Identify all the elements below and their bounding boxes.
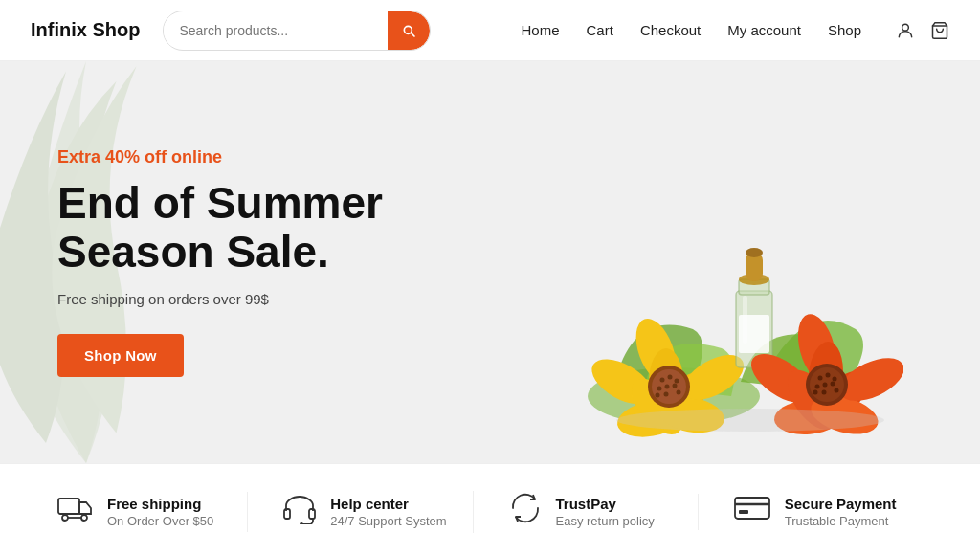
svg-rect-49 xyxy=(58,499,79,514)
nav-icons xyxy=(896,21,949,40)
user-icon[interactable] xyxy=(896,21,915,40)
svg-point-47 xyxy=(813,390,818,395)
svg-point-21 xyxy=(656,393,660,398)
svg-point-46 xyxy=(822,390,827,395)
svg-point-18 xyxy=(673,384,678,388)
svg-rect-53 xyxy=(284,509,290,519)
svg-point-39 xyxy=(818,376,823,381)
hero-title-line1: End of Summer xyxy=(57,178,383,228)
nav-home[interactable]: Home xyxy=(522,22,560,38)
nav-checkout[interactable]: Checkout xyxy=(640,22,701,38)
feature-help-sub: 24/7 Support System xyxy=(330,514,446,528)
feature-shipping: Free shipping On Order Over $50 xyxy=(57,493,247,531)
feature-shipping-text: Free shipping On Order Over $50 xyxy=(107,496,213,528)
feature-trustpay-title: TrustPay xyxy=(556,496,655,512)
hero-illustration xyxy=(501,138,903,463)
headphones-icon xyxy=(282,492,317,532)
hero-tag: Extra 40% off online xyxy=(57,147,383,167)
feature-trustpay: TrustPay Easy return policy xyxy=(473,491,698,533)
hero-title: End of Summer Season Sale. xyxy=(57,179,383,276)
feature-help: Help center 24/7 Support System xyxy=(247,492,472,532)
nav-shop[interactable]: Shop xyxy=(828,22,861,38)
svg-point-20 xyxy=(664,392,669,397)
svg-point-44 xyxy=(831,382,835,387)
feature-shipping-title: Free shipping xyxy=(107,496,213,512)
features-bar: Free shipping On Order Over $50 Help cen… xyxy=(0,463,980,555)
svg-point-55 xyxy=(300,522,303,524)
hero-image xyxy=(501,119,903,463)
hero-section: Extra 40% off online End of Summer Seaso… xyxy=(0,61,980,463)
svg-point-50 xyxy=(62,515,68,521)
svg-point-40 xyxy=(826,373,831,378)
feature-payment: Secure Payment Trustable Payment xyxy=(698,494,923,530)
svg-point-41 xyxy=(833,377,837,382)
svg-point-14 xyxy=(668,375,673,380)
feature-trustpay-text: TrustPay Easy return policy xyxy=(556,496,655,528)
svg-point-27 xyxy=(746,248,763,257)
feature-payment-sub: Trustable Payment xyxy=(785,514,897,528)
svg-rect-54 xyxy=(309,509,315,519)
hero-title-line2: Season Sale. xyxy=(57,227,329,277)
truck-icon xyxy=(57,493,94,531)
hero-discount: 40% xyxy=(105,147,140,166)
hero-content: Extra 40% off online End of Summer Seaso… xyxy=(0,147,440,377)
svg-point-48 xyxy=(616,409,884,432)
hero-tag-suffix: off online xyxy=(140,147,222,166)
svg-point-19 xyxy=(677,390,681,395)
feature-help-title: Help center xyxy=(330,496,446,512)
feature-help-text: Help center 24/7 Support System xyxy=(330,496,446,528)
feature-payment-title: Secure Payment xyxy=(785,496,897,512)
svg-rect-58 xyxy=(739,510,748,514)
svg-rect-56 xyxy=(735,498,769,519)
search-bar xyxy=(163,11,431,51)
svg-point-15 xyxy=(675,379,679,384)
svg-point-45 xyxy=(835,388,839,393)
svg-point-0 xyxy=(902,24,909,31)
shop-now-button[interactable]: Shop Now xyxy=(57,334,184,377)
refresh-icon xyxy=(508,491,543,533)
svg-point-42 xyxy=(815,385,820,389)
feature-trustpay-sub: Easy return policy xyxy=(556,514,655,528)
search-button[interactable] xyxy=(388,11,430,50)
svg-point-16 xyxy=(657,387,662,391)
svg-point-51 xyxy=(81,515,87,521)
feature-shipping-sub: On Order Over $50 xyxy=(107,514,213,528)
cart-icon[interactable] xyxy=(930,21,949,40)
svg-point-17 xyxy=(665,385,670,389)
hero-subtitle: Free shipping on orders over 99$ xyxy=(57,291,383,307)
header: Infinix Shop Home Cart Checkout My accou… xyxy=(0,0,980,61)
svg-point-13 xyxy=(660,378,665,383)
search-input[interactable] xyxy=(164,15,388,46)
svg-rect-28 xyxy=(743,296,747,344)
nav-myaccount[interactable]: My account xyxy=(727,22,801,38)
main-nav: Home Cart Checkout My account Shop xyxy=(522,21,949,40)
feature-payment-text: Secure Payment Trustable Payment xyxy=(785,496,897,528)
nav-cart[interactable]: Cart xyxy=(587,22,613,38)
creditcard-icon xyxy=(733,494,771,530)
svg-point-43 xyxy=(823,383,828,388)
search-icon xyxy=(401,23,416,38)
hero-tag-prefix: Extra xyxy=(57,147,105,166)
logo: Infinix Shop xyxy=(31,19,140,41)
